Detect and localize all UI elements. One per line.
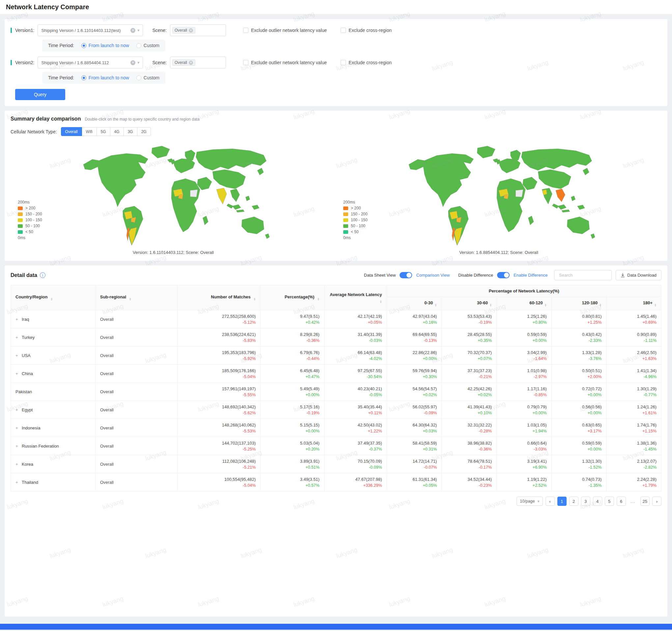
search-box[interactable] <box>554 270 612 280</box>
choropleth-map-2[interactable] <box>339 141 659 247</box>
sort-icon[interactable]: ▲▼ <box>599 303 601 307</box>
info-icon[interactable]: i <box>40 272 45 278</box>
checkbox-icon[interactable] <box>243 60 248 65</box>
checkbox-icon[interactable] <box>341 28 346 33</box>
checkbox-icon[interactable] <box>341 60 346 65</box>
sort-icon[interactable]: ▲▼ <box>129 297 131 301</box>
view-toggle[interactable] <box>400 272 412 278</box>
difference-toggle[interactable] <box>497 272 510 278</box>
exclude-cross-region-label: Exclude cross-region <box>349 28 392 33</box>
expand-icon[interactable]: + <box>16 353 19 358</box>
col-bucket-120-180-header[interactable]: 120-180▲▼ <box>551 297 606 310</box>
tag-close-icon[interactable]: ✕ <box>189 60 193 65</box>
clear-icon[interactable]: ✕ <box>130 60 136 65</box>
page-button-5[interactable]: 5 <box>605 496 614 506</box>
network-type-5g[interactable]: 5G <box>97 127 110 136</box>
value-cell: 1.32(1.30)-1.52% <box>551 455 606 473</box>
sort-icon[interactable]: ▲▼ <box>545 303 547 307</box>
cell-diff: -2.33% <box>556 338 602 343</box>
cell-value: 5.15(5.15) <box>265 422 319 428</box>
expand-icon[interactable]: + <box>16 407 19 412</box>
expand-icon[interactable]: + <box>16 335 19 340</box>
value-cell: 31.40(31.39)-0.03% <box>324 329 387 346</box>
next-page-button[interactable]: › <box>652 496 662 506</box>
sort-icon[interactable]: ▲▼ <box>253 297 256 301</box>
radio-icon[interactable] <box>81 43 86 48</box>
choropleth-map-1[interactable] <box>13 141 333 247</box>
col-matches-header[interactable]: Number of Matches ▲▼ <box>177 285 261 310</box>
radio-icon[interactable] <box>136 75 141 80</box>
network-type-overall[interactable]: Overall <box>61 127 82 136</box>
cell-diff: -0.19% <box>446 320 492 325</box>
query-button[interactable]: Query <box>15 89 65 100</box>
page-button-6[interactable]: 6 <box>617 496 626 506</box>
expand-icon[interactable]: + <box>16 480 19 485</box>
search-input[interactable] <box>559 273 617 277</box>
version2-select[interactable]: Shipping Version / 1.6.8854404.112 ✕ ▾ <box>38 57 143 69</box>
exclude-cross-region-checkbox-2[interactable]: Exclude cross-region <box>341 60 392 65</box>
cell-diff: -5.92% <box>182 356 256 361</box>
col-bucket-30-60-header[interactable]: 30-60▲▼ <box>442 297 497 310</box>
scene1-input[interactable]: Overall ✕ <box>170 24 226 36</box>
exclude-outlier-checkbox-1[interactable]: Exclude outlier network latency value <box>243 28 327 33</box>
network-type-wifi[interactable]: Wifi <box>82 127 97 136</box>
map-version1[interactable]: 200ms> 200150 - 200100 - 15050 - 100< 50… <box>10 139 336 256</box>
page-button-4[interactable]: 4 <box>593 496 602 506</box>
network-type-2g[interactable]: 2G <box>137 127 151 136</box>
expand-icon[interactable]: + <box>16 444 19 448</box>
legend-label: > 200 <box>351 206 361 211</box>
expand-icon[interactable]: + <box>16 371 19 376</box>
cell-diff: -5.04% <box>182 483 256 488</box>
expand-icon[interactable]: + <box>16 462 19 467</box>
page-button-2[interactable]: 2 <box>569 496 578 506</box>
value-cell: 1.74(1.76)+1.15% <box>606 419 662 437</box>
checkbox-icon[interactable] <box>243 28 248 33</box>
scene2-input[interactable]: Overall ✕ <box>170 57 226 69</box>
prev-page-button[interactable]: ‹ <box>546 496 555 506</box>
col-percentage-header[interactable]: Percentage(%) ▲▼ <box>261 285 325 310</box>
col-bucket-0-30-header[interactable]: 0-30▲▼ <box>387 297 442 310</box>
exclude-cross-region-checkbox-1[interactable]: Exclude cross-region <box>341 28 392 33</box>
col-bucket-180+-header[interactable]: 180+▲▼ <box>606 297 662 310</box>
sort-icon[interactable]: ▲▼ <box>317 297 319 301</box>
expand-icon[interactable]: + <box>16 317 19 322</box>
page-size-select[interactable]: 10/page ▾ <box>517 496 543 506</box>
exclude-outlier-checkbox-2[interactable]: Exclude outlier network latency value <box>243 60 327 65</box>
radio-custom-2[interactable]: Custom <box>136 75 160 80</box>
radio-icon[interactable] <box>136 43 141 48</box>
radio-from-launch-2[interactable]: From launch to now <box>81 75 129 80</box>
cell-value: 0.56(0.56) <box>556 405 602 409</box>
data-download-label: Data Download <box>627 273 656 277</box>
legend-swatch <box>343 207 348 210</box>
network-type-4g[interactable]: 4G <box>110 127 124 136</box>
expand-icon[interactable]: + <box>16 426 19 431</box>
tag-close-icon[interactable]: ✕ <box>189 28 193 32</box>
sort-icon[interactable]: ▲▼ <box>50 297 53 301</box>
col-country-header[interactable]: Country/Region ▲▼ <box>11 285 96 310</box>
cell-diff: +0.02% <box>392 393 437 397</box>
page-ellipsis[interactable]: ... <box>628 496 638 506</box>
cell-value: 2.24(2.28) <box>611 477 656 482</box>
cell-value: 195,353(183,796) <box>182 350 256 355</box>
page-button-1[interactable]: 1 <box>557 496 567 506</box>
sort-icon[interactable]: ▲▼ <box>380 300 382 303</box>
col-subregional-header[interactable]: Sub-regional ▲▼ <box>95 285 177 310</box>
page-button-3[interactable]: 3 <box>581 496 590 506</box>
sort-icon[interactable]: ▲▼ <box>489 303 492 307</box>
col-bucket-60-120-header[interactable]: 60-120▲▼ <box>497 297 551 310</box>
radio-custom-1[interactable]: Custom <box>136 43 160 48</box>
sort-icon[interactable]: ▲▼ <box>654 303 656 307</box>
country-cell: +Egypt <box>11 401 96 419</box>
version1-select[interactable]: Shipping Version / 1.6.11014403.112(test… <box>38 24 143 36</box>
col-avg-latency-header[interactable]: Average Network Latency ▲▼ <box>324 285 387 310</box>
radio-from-launch-1[interactable]: From launch to now <box>81 43 129 48</box>
page-button-25[interactable]: 25 <box>640 496 650 506</box>
radio-icon[interactable] <box>81 75 86 80</box>
value-cell: 6.79(6.76)-0.44% <box>261 346 325 365</box>
value-cell: 59.76(59.94)+0.30% <box>387 365 442 383</box>
network-type-3g[interactable]: 3G <box>123 127 137 136</box>
data-download-button[interactable]: Data Download <box>616 270 662 280</box>
sort-icon[interactable]: ▲▼ <box>434 303 437 307</box>
map-version2[interactable]: 200ms> 200150 - 200100 - 15050 - 100< 50… <box>336 139 662 256</box>
clear-icon[interactable]: ✕ <box>130 28 136 33</box>
